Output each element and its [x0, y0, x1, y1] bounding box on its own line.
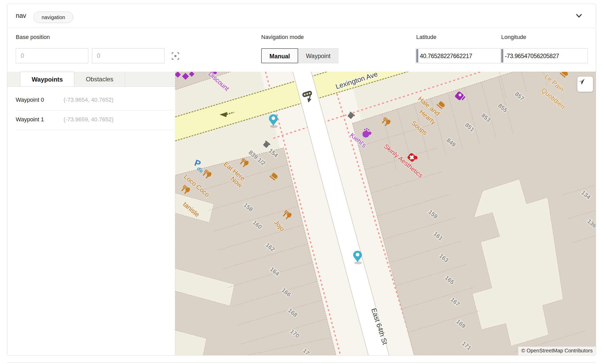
longitude-drag-handle[interactable] [501, 49, 503, 62]
waypoint-coords: (-73.9654, 40.7652) [64, 97, 113, 103]
page: nav navigation Base position Navigation … [0, 0, 603, 364]
form-row: Base position Navigation mode Manual Way… [7, 28, 596, 72]
map-canvas[interactable]: P [175, 72, 596, 355]
nav-card: nav navigation Base position Navigation … [7, 4, 596, 355]
base-position-label: Base position [16, 34, 50, 41]
navigation-arrow-icon [577, 77, 587, 86]
longitude-input[interactable] [504, 49, 587, 64]
tab-obstacles[interactable]: Obstacles [74, 72, 125, 86]
mode-manual-button[interactable]: Manual [261, 48, 298, 63]
longitude-field [500, 48, 588, 63]
tab-strip: Waypoints Obstacles [7, 72, 175, 87]
compass-button[interactable] [577, 76, 593, 92]
waypoint-coords: (-73.9659, 40.7652) [64, 116, 113, 123]
latitude-input[interactable] [419, 49, 502, 64]
base-x-input[interactable] [16, 48, 88, 63]
mode-waypoint-button[interactable]: Waypoint [298, 48, 338, 63]
latitude-drag-handle[interactable] [416, 49, 418, 62]
chevron-down-icon[interactable] [575, 11, 583, 20]
map-attribution: © OpenStreetMap Contributors [518, 347, 596, 355]
waypoints-panel: Waypoints Obstacles Waypoint 0(-73.9654,… [7, 72, 175, 355]
base-y-input[interactable] [92, 48, 165, 63]
latitude-label: Latitude [416, 34, 436, 41]
tab-waypoints[interactable]: Waypoints [20, 72, 74, 86]
waypoint-name: Waypoint 0 [16, 97, 44, 103]
waypoint-row[interactable]: Waypoint 1(-73.9659, 40.7652) [16, 110, 174, 130]
card-header: nav navigation [7, 4, 596, 28]
crosshair-target-icon[interactable] [171, 51, 180, 61]
tab-spacer [7, 72, 20, 86]
content-row: Waypoints Obstacles Waypoint 0(-73.9654,… [7, 72, 596, 355]
waypoint-name: Waypoint 1 [16, 116, 44, 123]
waypoint-row[interactable]: Waypoint 0(-73.9654, 40.7652) [16, 91, 174, 110]
longitude-label: Longitude [501, 34, 526, 41]
navigation-mode-toggle: Manual Waypoint [261, 48, 338, 63]
latitude-field [415, 48, 503, 63]
navigation-badge: navigation [34, 12, 73, 23]
next-card-edge [7, 362, 596, 364]
waypoint-list: Waypoint 0(-73.9654, 40.7652)Waypoint 1(… [7, 87, 175, 130]
card-title: nav [16, 12, 26, 19]
navigation-mode-label: Navigation mode [261, 34, 304, 41]
